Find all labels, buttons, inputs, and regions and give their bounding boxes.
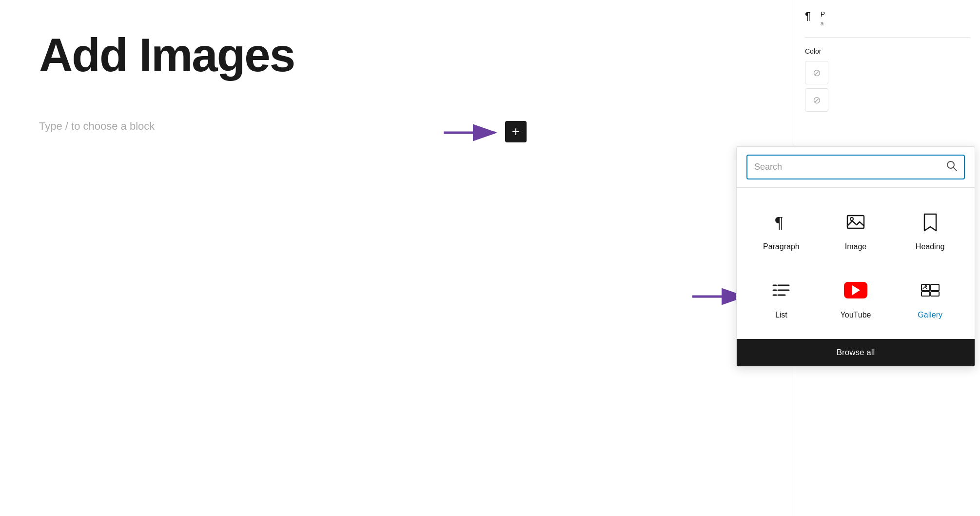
heading-block-label: Heading	[916, 242, 945, 251]
heading-block-icon	[916, 207, 945, 237]
plus-icon: +	[512, 125, 520, 139]
youtube-play-icon	[852, 285, 860, 295]
gallery-block-label: Gallery	[918, 311, 942, 319]
svg-point-19	[925, 286, 926, 287]
sidebar-top: ¶ P a	[805, 10, 970, 38]
block-item-list[interactable]: List	[746, 271, 816, 324]
block-picker-dropdown: ¶ Paragraph Image	[736, 146, 975, 367]
svg-rect-17	[921, 292, 930, 296]
paragraph-block-icon: ¶	[766, 207, 796, 237]
block-item-heading[interactable]: Heading	[895, 202, 965, 256]
block-placeholder: Type / to choose a block	[39, 120, 756, 133]
color-section: Color ⊘ ⊘	[805, 47, 970, 112]
browse-all-label: Browse all	[837, 348, 875, 357]
browse-all-footer[interactable]: Browse all	[737, 339, 975, 366]
color-option-1[interactable]: ⊘	[805, 61, 828, 84]
image-block-icon	[841, 207, 870, 237]
svg-line-5	[953, 167, 957, 171]
no-color-bg-icon: ⊘	[813, 94, 821, 106]
gallery-block-icon	[916, 276, 945, 305]
svg-rect-18	[931, 292, 939, 296]
block-search-area	[737, 147, 975, 188]
list-block-icon	[766, 276, 796, 305]
sidebar-paragraph-icon: ¶	[805, 10, 811, 22]
arrow-to-add-button	[444, 123, 502, 142]
block-grid: ¶ Paragraph Image	[737, 188, 975, 339]
block-item-image[interactable]: Image	[821, 202, 891, 256]
block-item-gallery[interactable]: Gallery	[895, 271, 965, 324]
main-content: Add Images Type / to choose a block	[0, 0, 795, 516]
paragraph-block-label: Paragraph	[763, 242, 800, 251]
purple-arrow-icon	[444, 123, 502, 142]
color-option-2[interactable]: ⊘	[805, 88, 828, 112]
block-item-paragraph[interactable]: ¶ Paragraph	[746, 202, 816, 256]
youtube-block-icon	[841, 276, 870, 305]
youtube-block-label: YouTube	[841, 311, 871, 319]
image-block-label: Image	[845, 242, 866, 251]
search-icon	[946, 160, 957, 174]
search-input[interactable]	[754, 162, 941, 172]
sidebar-block-label: P	[821, 10, 825, 18]
add-block-button[interactable]: +	[505, 121, 527, 142]
color-section-label: Color	[805, 47, 970, 55]
no-color-icon: ⊘	[813, 67, 821, 79]
page-title: Add Images	[39, 29, 756, 81]
sidebar-block-info: P a	[821, 10, 825, 27]
svg-rect-16	[931, 284, 939, 291]
block-item-youtube[interactable]: YouTube	[821, 271, 891, 324]
svg-text:¶: ¶	[775, 213, 783, 231]
svg-rect-7	[847, 216, 864, 228]
color-options: ⊘ ⊘	[805, 61, 970, 112]
list-block-label: List	[775, 311, 787, 319]
search-input-wrapper	[746, 155, 965, 179]
svg-point-8	[850, 218, 853, 220]
sidebar-block-type: a	[821, 20, 824, 27]
